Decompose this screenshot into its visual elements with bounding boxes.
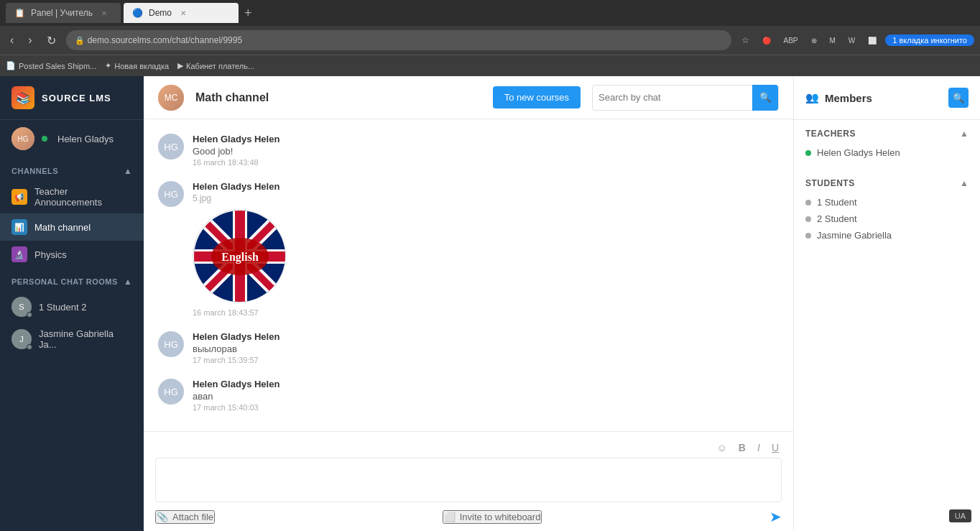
- whiteboard-button[interactable]: ⬜ Invite to whiteboard: [443, 510, 542, 524]
- teacher-channel-label: Teacher Announcements: [34, 186, 132, 208]
- italic-button[interactable]: I: [754, 440, 763, 455]
- search-icon: 🔍: [759, 92, 772, 103]
- tab-bar: 📋 Panel | Учитель ✕ 🔵 Demo ✕ +: [0, 0, 980, 26]
- student-1-name: 1 Student: [817, 197, 857, 208]
- message-input[interactable]: [162, 464, 775, 493]
- bold-button[interactable]: B: [736, 440, 749, 455]
- chat-search-button[interactable]: 🔍: [752, 85, 778, 111]
- extension-btn-6[interactable]: ⬜: [864, 35, 881, 46]
- emoji-button[interactable]: ☺: [714, 440, 730, 455]
- extension-btn-1[interactable]: 🔴: [758, 35, 775, 46]
- tab-close-1[interactable]: ✕: [101, 9, 107, 17]
- student2-status-dot: [27, 312, 32, 318]
- whiteboard-icon: ⬜: [444, 512, 456, 522]
- jasmine-name: Jasmine Gabriella Ja...: [39, 328, 132, 350]
- msg-content-4: Helen Gladys Helen аваn 17 march 15:40:0…: [193, 379, 779, 412]
- logo-icon: 📚: [11, 86, 34, 109]
- msg-text-1: Good job!: [193, 146, 779, 157]
- student2-avatar: S: [11, 297, 32, 317]
- chat-search-box: 🔍: [592, 85, 779, 111]
- members-title: 👥 Members: [805, 91, 872, 104]
- bookmark-3[interactable]: ▶ Кабинет платель...: [177, 61, 254, 70]
- members-icon: 👥: [805, 91, 819, 104]
- tab-panel[interactable]: 📋 Panel | Учитель ✕: [6, 3, 121, 23]
- teachers-section-header: TEACHERS ▲: [805, 129, 969, 139]
- incognito-button[interactable]: 1 вкладка инкогнито: [885, 34, 974, 46]
- sidebar: 📚 SOURCE LMS HG Helen Gladys CHANNELS ▲ …: [0, 76, 144, 531]
- msg-time-4: 17 march 15:40:03: [193, 403, 779, 412]
- sidebar-item-physics[interactable]: 🔬 Physics: [0, 241, 144, 268]
- nav-back-button[interactable]: ‹: [6, 32, 18, 48]
- bookmarks-bar: 📄 Posted Sales Shipm... ✦ Новая вкладка …: [0, 55, 980, 76]
- message-3: HG Helen Gladys Helen выылорав 17 march …: [158, 331, 779, 364]
- app-container: 📚 SOURCE LMS HG Helen Gladys CHANNELS ▲ …: [0, 76, 980, 531]
- chat-area: MC Math channel To new courses 🔍 HG: [144, 76, 793, 531]
- underline-button[interactable]: U: [769, 440, 782, 455]
- personal-title: PERSONAL CHAT ROOMS: [11, 277, 118, 286]
- members-search-button[interactable]: 🔍: [948, 88, 969, 108]
- browser-actions: ☆ 🔴 ABP ⊕ M W ⬜ 1 вкладка инкогнито: [737, 34, 975, 47]
- msg-avatar-2: HG: [158, 181, 184, 207]
- chat-input-area: ☺ B I U 📎 Attach file ⬜ Invite to whiteb…: [144, 431, 793, 531]
- chat-search-input[interactable]: [598, 92, 752, 103]
- msg-image-2: English: [193, 209, 779, 303]
- members-panel: 👥 Members 🔍 TEACHERS ▲ Helen Gladys Hele…: [793, 76, 980, 531]
- jasmine-avatar: J: [11, 329, 32, 349]
- address-input[interactable]: 🔒 demo.sourcelms.com/chat/channel/9995: [66, 30, 731, 50]
- sidebar-item-jasmine[interactable]: J Jasmine Gabriella Ja...: [0, 323, 144, 356]
- sidebar-item-math-channel[interactable]: 📊 Math channel: [0, 213, 144, 241]
- bookmark-1[interactable]: 📄 Posted Sales Shipm...: [6, 61, 96, 70]
- student-1: 1 Student: [805, 194, 969, 211]
- tab-close-2[interactable]: ✕: [180, 9, 186, 17]
- students-title: STUDENTS: [805, 178, 855, 188]
- bookmark-star-button[interactable]: ☆: [737, 34, 754, 47]
- tab-add-button[interactable]: +: [241, 6, 255, 21]
- msg-time-3: 17 march 15:39:57: [193, 356, 779, 364]
- avatar-initials: HG: [18, 135, 29, 143]
- sidebar-item-teacher-announcements[interactable]: 📢 Teacher Announcements: [0, 180, 144, 213]
- student-2-name: 2 Student: [817, 213, 857, 224]
- msg-content-1: Helen Gladys Helen Good job! 16 march 18…: [193, 134, 779, 167]
- user-profile: HG Helen Gladys: [0, 120, 144, 157]
- students-collapse-button[interactable]: ▲: [960, 178, 969, 188]
- chat-title: Math channel: [195, 91, 481, 104]
- chat-avatar-initials: MC: [165, 93, 178, 103]
- student-jasmine: Jasmine Gabriella: [805, 227, 969, 244]
- msg-time-1: 16 march 18:43:48: [193, 158, 779, 167]
- teacher-channel-icon: 📢: [11, 189, 27, 205]
- message-4: HG Helen Gladys Helen аваn 17 march 15:4…: [158, 379, 779, 412]
- teacher-helen: Helen Gladys Helen: [805, 144, 969, 161]
- nav-forward-button[interactable]: ›: [24, 32, 36, 48]
- student-2-dot: [805, 216, 811, 222]
- teachers-collapse-button[interactable]: ▲: [960, 129, 969, 139]
- msg-author-2: Helen Gladys Helen: [193, 181, 779, 192]
- student-1-dot: [805, 200, 811, 206]
- personal-toggle[interactable]: ▲: [124, 277, 132, 287]
- extension-btn-4[interactable]: M: [826, 35, 840, 46]
- send-button[interactable]: ➤: [769, 508, 782, 525]
- bookmark-2[interactable]: ✦ Новая вкладка: [105, 61, 169, 70]
- user-name-label: Helen Gladys: [57, 134, 114, 144]
- tab-favicon: 📋: [14, 8, 25, 18]
- extension-btn-3[interactable]: ⊕: [807, 35, 821, 46]
- msg-text-3: выылорав: [193, 343, 779, 354]
- channels-toggle[interactable]: ▲: [124, 166, 132, 176]
- extension-btn-2[interactable]: ABP: [780, 35, 803, 46]
- jasmine-status-dot: [27, 344, 32, 350]
- language-badge[interactable]: UA: [949, 509, 971, 522]
- msg-author-3: Helen Gladys Helen: [193, 331, 779, 342]
- chat-header: MC Math channel To new courses 🔍: [144, 76, 793, 119]
- address-bar: ‹ › ↻ 🔒 demo.sourcelms.com/chat/channel/…: [0, 26, 980, 55]
- sidebar-item-student2[interactable]: S 1 Student 2: [0, 291, 144, 323]
- extension-btn-5[interactable]: W: [844, 35, 859, 46]
- attach-file-button[interactable]: 📎 Attach file: [155, 510, 215, 524]
- tab-demo[interactable]: 🔵 Demo ✕: [124, 3, 239, 23]
- nav-refresh-button[interactable]: ↻: [42, 32, 60, 49]
- english-flag-image: English: [193, 209, 286, 303]
- to-courses-button[interactable]: To new courses: [493, 86, 581, 108]
- math-channel-icon: 📊: [11, 219, 27, 235]
- message-input-container[interactable]: [155, 458, 782, 502]
- members-search-icon: 🔍: [953, 93, 965, 103]
- personal-section-header: PERSONAL CHAT ROOMS ▲: [0, 268, 144, 291]
- address-text: demo.sourcelms.com/chat/channel/9995: [88, 35, 242, 45]
